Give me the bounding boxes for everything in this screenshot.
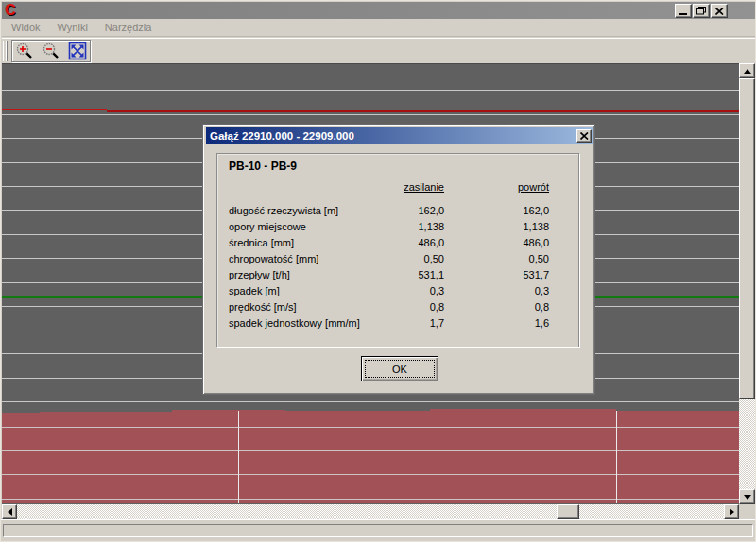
table-row: opory miejscowe 1,138 1,138	[217, 220, 578, 236]
horizontal-scrollbar-thumb[interactable]	[557, 504, 579, 519]
toolbar	[2, 38, 755, 63]
vertical-scrollbar-thumb[interactable]	[739, 78, 755, 399]
table-row: spadek jednostkowy [mm/m] 1,7 1,6	[217, 316, 578, 332]
terrain-divider-line	[616, 411, 617, 503]
arrow-left-icon	[8, 508, 12, 516]
results-table: długość rzeczywista [m] 162,0 162,0 opor…	[217, 204, 578, 332]
row-label: długość rzeczywista [m]	[229, 205, 338, 216]
row-value-powrot: 531,7	[523, 269, 549, 280]
menu-widok[interactable]: Widok	[4, 20, 48, 35]
scroll-left-button[interactable]	[2, 504, 17, 519]
ok-button[interactable]: OK	[361, 356, 438, 381]
row-label: spadek [m]	[229, 285, 280, 296]
app-window: { "window": { "icon_letter": "C" }, "men…	[0, 0, 756, 542]
row-value-powrot: 0,3	[535, 285, 549, 296]
terrain-band-line	[2, 474, 739, 475]
arrow-down-icon	[744, 495, 751, 500]
table-row: chropowatość [mm] 0,50 0,50	[217, 252, 578, 268]
row-value-zasilanie: 1,7	[430, 317, 444, 329]
terrain-band	[172, 410, 285, 503]
zoom-out-icon	[42, 42, 60, 60]
row-label: średnica [mm]	[229, 237, 294, 248]
terrain-band	[616, 411, 739, 503]
zoom-in-button[interactable]	[14, 42, 35, 60]
supply-pipe-segment-right	[107, 110, 739, 112]
zoom-out-button[interactable]	[41, 42, 61, 60]
app-icon: C	[5, 3, 18, 18]
table-row: spadek [m] 0,3 0,3	[217, 284, 578, 300]
scrollbar-corner	[739, 504, 755, 519]
terrain-band-line	[2, 427, 739, 428]
dialog-title-text: Gałąź 22910.000 - 22909.000	[210, 130, 354, 142]
menu-bar: Widok Wyniki Narzędzia	[2, 19, 755, 37]
dialog-close-button[interactable]	[576, 129, 592, 143]
row-value-powrot: 486,0	[523, 237, 549, 248]
scroll-right-button[interactable]	[724, 504, 739, 519]
row-value-zasilanie: 0,8	[430, 301, 444, 313]
close-button[interactable]	[711, 4, 728, 18]
table-row: przepływ [t/h] 531,1 531,7	[217, 268, 578, 284]
table-row: średnica [mm] 486,0 486,0	[217, 236, 578, 252]
dialog-titlebar[interactable]: Gałąź 22910.000 - 22909.000	[206, 127, 593, 144]
vertical-scrollbar[interactable]	[739, 63, 755, 504]
terrain-divider-line	[238, 411, 239, 503]
toolbar-grip[interactable]	[3, 41, 9, 61]
scroll-down-button[interactable]	[739, 489, 755, 504]
column-header-zasilanie: zasilanie	[404, 181, 444, 193]
row-label: opory miejscowe	[229, 221, 306, 232]
branch-nodes-label: PB-10 - PB-9	[229, 160, 297, 173]
menu-wyniki[interactable]: Wyniki	[50, 20, 95, 35]
results-groupbox: PB-10 - PB-9 zasilanie powrót długość rz…	[216, 153, 579, 347]
row-value-zasilanie: 486,0	[418, 237, 444, 248]
minimize-button[interactable]	[675, 4, 692, 18]
row-value-powrot: 162,0	[523, 205, 549, 216]
row-label: spadek jednostkowy [mm/m]	[229, 317, 360, 329]
restore-button[interactable]	[693, 4, 710, 18]
gridline	[2, 401, 739, 402]
terrain-band-line	[2, 450, 739, 451]
row-value-powrot: 0,50	[529, 253, 549, 264]
status-bar	[1, 519, 756, 542]
row-value-powrot: 1,138	[523, 221, 549, 232]
table-row: długość rzeczywista [m] 162,0 162,0	[217, 204, 578, 220]
table-row: prędkość [m/s] 0,8 0,8	[217, 300, 578, 316]
row-value-powrot: 0,8	[535, 301, 549, 313]
dialog-close-icon	[580, 132, 589, 140]
terrain-band	[40, 412, 172, 503]
branch-dialog: Gałąź 22910.000 - 22909.000 PB-10 - PB-9…	[202, 124, 595, 395]
toolbar-group	[11, 40, 91, 62]
ok-button-focus-rect: OK	[365, 360, 435, 378]
close-icon	[715, 8, 724, 15]
row-label: chropowatość [mm]	[229, 253, 318, 264]
column-header-powrot: powrót	[518, 181, 549, 193]
row-label: prędkość [m/s]	[229, 301, 297, 313]
row-value-zasilanie: 0,50	[424, 253, 444, 264]
row-value-powrot: 1,6	[535, 317, 549, 329]
restore-icon	[696, 7, 706, 15]
terrain-band	[285, 411, 430, 503]
row-value-zasilanie: 531,1	[418, 269, 444, 280]
arrow-up-icon	[744, 69, 751, 74]
zoom-fit-button[interactable]	[67, 42, 88, 60]
terrain-band	[430, 409, 616, 503]
scroll-up-button[interactable]	[739, 63, 755, 78]
gridline	[2, 90, 739, 91]
menu-narzedzia[interactable]: Narzędzia	[97, 20, 160, 35]
gridline	[2, 114, 739, 115]
window-titlebar[interactable]: C	[2, 2, 755, 19]
horizontal-scrollbar[interactable]	[2, 504, 739, 519]
minimize-icon	[679, 13, 687, 15]
row-value-zasilanie: 1,138	[418, 221, 444, 232]
arrow-right-icon	[730, 508, 734, 516]
zoom-in-icon	[15, 42, 34, 60]
supply-pipe-segment-left	[2, 109, 107, 110]
status-field	[3, 524, 753, 537]
zoom-fit-icon	[68, 42, 87, 60]
row-value-zasilanie: 0,3	[430, 285, 444, 296]
row-label: przepływ [t/h]	[229, 269, 290, 280]
terrain-band-line	[2, 499, 739, 500]
row-value-zasilanie: 162,0	[418, 205, 444, 216]
